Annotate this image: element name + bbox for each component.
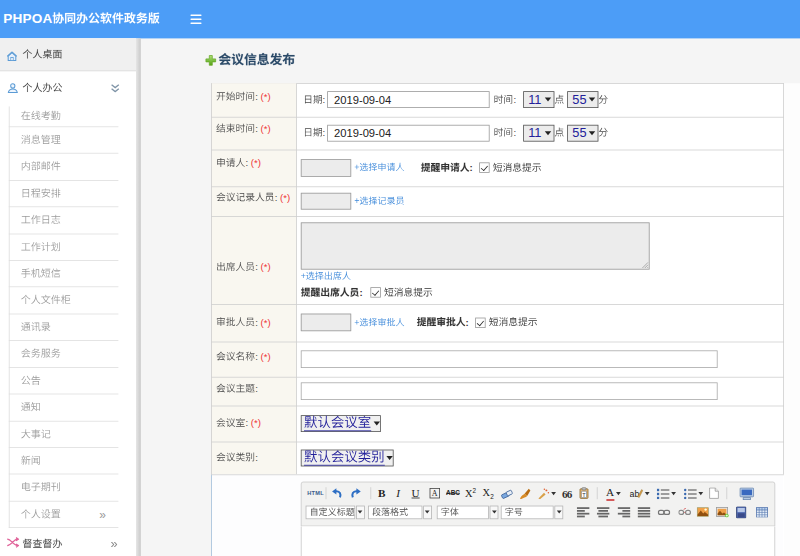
svg-text:T: T <box>582 492 586 498</box>
svg-text:ab: ab <box>630 489 640 499</box>
